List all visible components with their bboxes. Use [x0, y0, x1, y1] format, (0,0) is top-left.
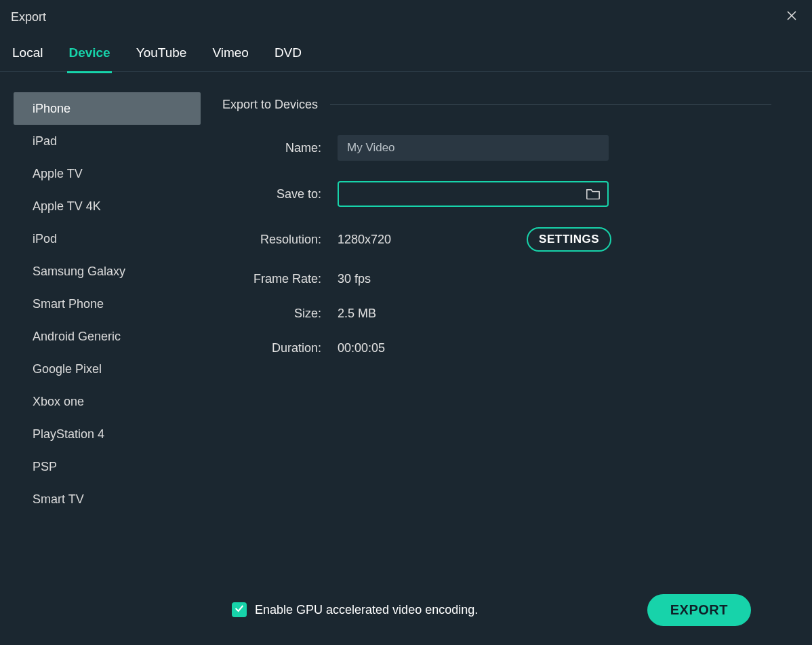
- folder-icon[interactable]: [586, 187, 601, 201]
- device-item-ipad[interactable]: iPad: [14, 125, 201, 157]
- device-item-appletv4k[interactable]: Apple TV 4K: [14, 190, 201, 222]
- duration-label: Duration:: [222, 341, 338, 355]
- device-item-appletv[interactable]: Apple TV: [14, 157, 201, 190]
- device-item-android-generic[interactable]: Android Generic: [14, 320, 201, 353]
- row-duration: Duration: 00:00:05: [222, 341, 771, 355]
- row-resolution: Resolution: 1280x720 SETTINGS: [222, 227, 771, 252]
- gpu-label: Enable GPU accelerated video encoding.: [255, 603, 478, 617]
- tab-device[interactable]: Device: [67, 41, 111, 64]
- gpu-option: Enable GPU accelerated video encoding.: [232, 602, 478, 617]
- row-framerate: Frame Rate: 30 fps: [222, 272, 771, 286]
- device-item-smart-phone[interactable]: Smart Phone: [14, 288, 201, 320]
- size-label: Size:: [222, 307, 338, 321]
- device-item-playstation4[interactable]: PlayStation 4: [14, 418, 201, 450]
- dialog-body: iPhone iPad Apple TV Apple TV 4K iPod Sa…: [0, 72, 812, 645]
- resolution-value: 1280x720: [338, 233, 391, 247]
- close-icon: [786, 9, 798, 24]
- saveto-field[interactable]: [338, 181, 609, 207]
- tab-bar: Local Device YouTube Vimeo DVD: [0, 34, 812, 72]
- framerate-value: 30 fps: [338, 272, 371, 286]
- tab-youtube[interactable]: YouTube: [135, 41, 188, 64]
- tab-vimeo[interactable]: Vimeo: [211, 41, 250, 64]
- device-item-iphone[interactable]: iPhone: [14, 92, 201, 125]
- settings-button[interactable]: SETTINGS: [527, 227, 611, 252]
- duration-value: 00:00:05: [338, 341, 385, 355]
- row-saveto: Save to:: [222, 181, 771, 207]
- resolution-label: Resolution:: [222, 233, 338, 247]
- export-dialog: Export Local Device YouTube Vimeo DVD iP…: [0, 0, 812, 645]
- gpu-checkbox[interactable]: [232, 602, 247, 617]
- export-form: Name: Save to: Resolution: 1280x720 SETT…: [222, 135, 771, 355]
- section-title: Export to Devices: [222, 98, 318, 112]
- section-divider: [330, 104, 771, 105]
- device-item-xbox-one[interactable]: Xbox one: [14, 385, 201, 418]
- device-item-smart-tv[interactable]: Smart TV: [14, 483, 201, 515]
- name-label: Name:: [222, 141, 338, 155]
- row-name: Name:: [222, 135, 771, 161]
- footer: Enable GPU accelerated video encoding. E…: [222, 584, 771, 645]
- main-panel: Export to Devices Name: Save to:: [202, 72, 812, 645]
- framerate-label: Frame Rate:: [222, 272, 338, 286]
- tab-local[interactable]: Local: [11, 41, 44, 64]
- device-sidebar: iPhone iPad Apple TV Apple TV 4K iPod Sa…: [0, 72, 202, 645]
- row-size: Size: 2.5 MB: [222, 307, 771, 321]
- device-item-ipod[interactable]: iPod: [14, 222, 201, 255]
- tab-dvd[interactable]: DVD: [273, 41, 303, 64]
- window-title: Export: [11, 10, 46, 24]
- device-item-psp[interactable]: PSP: [14, 450, 201, 483]
- device-item-samsung-galaxy[interactable]: Samsung Galaxy: [14, 255, 201, 288]
- name-input[interactable]: [338, 135, 609, 161]
- size-value: 2.5 MB: [338, 307, 376, 321]
- titlebar: Export: [0, 0, 812, 34]
- check-icon: [234, 603, 245, 617]
- close-button[interactable]: [782, 7, 801, 26]
- saveto-label: Save to:: [222, 187, 338, 201]
- section-header: Export to Devices: [222, 98, 771, 112]
- export-button[interactable]: EXPORT: [647, 594, 751, 626]
- device-item-google-pixel[interactable]: Google Pixel: [14, 353, 201, 385]
